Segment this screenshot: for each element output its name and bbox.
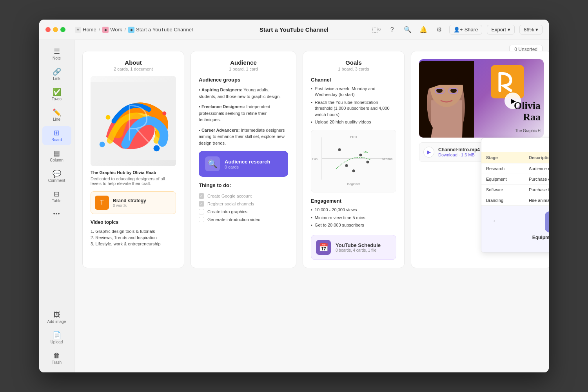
todo-check-3[interactable] bbox=[199, 209, 204, 214]
ag1-bold: Aspiring Designers: bbox=[201, 87, 243, 92]
audience-research-card[interactable]: 🔍 Audience research 0 cards bbox=[199, 151, 288, 177]
audience-subtitle: 1 board, 1 card bbox=[199, 67, 288, 71]
todo-icon: ✅ bbox=[53, 89, 61, 96]
todo-item-2: ✓ Register social channels bbox=[199, 200, 288, 208]
list-item: Graphic design tools & tutorials bbox=[91, 228, 176, 234]
sidebar-item-upload[interactable]: 📄 Upload bbox=[42, 328, 71, 347]
breadcrumb-sep-1: / bbox=[99, 27, 100, 33]
brand-strategy-card[interactable]: T Brand strategy 0 words bbox=[91, 191, 176, 214]
audience-research-cards: 0 cards bbox=[225, 165, 270, 169]
close-button[interactable] bbox=[45, 27, 51, 32]
breadcrumb-home-label: Home bbox=[83, 27, 96, 33]
youtube-schedule-card[interactable]: 📅 YouTube Schedule 8 boards, 4 cards, 1 … bbox=[311, 235, 396, 260]
cards-container: About 2 cards, 1 document bbox=[74, 40, 549, 276]
traffic-lights bbox=[45, 27, 65, 32]
sidebar-item-table[interactable]: ⊟ Table bbox=[42, 187, 71, 206]
brand-strategy-words: 0 words bbox=[113, 203, 146, 208]
export-button[interactable]: Export ▾ bbox=[487, 25, 515, 34]
yt-thumbnail: ▶ OliviaRaa The Graphic H bbox=[419, 59, 544, 138]
svg-point-2 bbox=[154, 145, 160, 151]
tabs-button[interactable]: ⬚ 0 bbox=[371, 24, 382, 35]
stage-cell: Equipment bbox=[481, 174, 524, 185]
maximize-button[interactable] bbox=[60, 27, 65, 32]
audience-group-3: Career Advancers: Intermediate designers… bbox=[199, 127, 288, 147]
svg-point-1 bbox=[106, 115, 111, 120]
todo-item-1: ✓ Create Google account bbox=[199, 192, 288, 200]
help-icon[interactable]: ? bbox=[387, 24, 397, 35]
audience-research-icon: 🔍 bbox=[205, 156, 220, 171]
brand-strategy-info: Brand strategy 0 words bbox=[113, 198, 146, 208]
sidebar-item-column[interactable]: ▤ Column bbox=[42, 147, 71, 165]
engagement-list: 10,000 - 20,000 views Minimum view time … bbox=[311, 206, 396, 229]
svg-text:Mix: Mix bbox=[363, 151, 368, 154]
audience-group-2: Freelance Designers: Independent profess… bbox=[199, 103, 288, 123]
breadcrumb-work[interactable]: ◆ Work bbox=[102, 27, 122, 33]
line-icon: ✏️ bbox=[53, 109, 61, 116]
note-icon: ☰ bbox=[54, 48, 60, 55]
search-icon[interactable]: 🔍 bbox=[402, 24, 413, 35]
about-subtitle: 2 cards, 1 document bbox=[91, 67, 176, 71]
paint-splash-svg bbox=[91, 82, 176, 160]
desc-cell: Hire animator to banners and soci bbox=[524, 195, 549, 206]
equipment-checklist-icon: 🛒 bbox=[545, 211, 549, 232]
todo-check-4[interactable] bbox=[199, 217, 204, 222]
share-button[interactable]: 👤+ Share bbox=[449, 25, 482, 34]
sidebar-item-board[interactable]: ⊞ Board bbox=[42, 126, 71, 145]
ag2-bold: Freelance Designers: bbox=[201, 104, 245, 109]
channel-goals-list: Post twice a week: Monday and Wednesday … bbox=[311, 85, 396, 126]
svg-point-15 bbox=[352, 169, 355, 172]
sidebar-item-note[interactable]: ☰ Note bbox=[42, 45, 71, 64]
app-body: ☰ Note 🔗 Link ✅ To-do ✏️ Line ⊞ Board ▤ … bbox=[39, 40, 549, 372]
product-table: Stage Description Research Audience rese… bbox=[481, 152, 549, 205]
sidebar-item-todo[interactable]: ✅ To-do bbox=[42, 85, 71, 104]
breadcrumb: M Home / ◆ Work / ◆ Start a YouTube Chan… bbox=[75, 27, 193, 33]
upload-icon: 📄 bbox=[53, 332, 61, 339]
breadcrumb-home[interactable]: M Home bbox=[75, 27, 96, 33]
play-file-button[interactable]: ▶ bbox=[423, 147, 434, 158]
svg-text:Beginner: Beginner bbox=[347, 182, 360, 186]
svg-point-13 bbox=[359, 154, 362, 156]
audience-group-1: Aspiring Designers: Young adults, studen… bbox=[199, 87, 288, 100]
sidebar-item-line[interactable]: ✏️ Line bbox=[42, 106, 71, 125]
sidebar-item-addimage[interactable]: 🖼 Add image bbox=[42, 308, 71, 327]
table-row: Software Purchase final cu bbox=[481, 185, 549, 195]
bell-icon[interactable]: 🔔 bbox=[418, 24, 429, 35]
breadcrumb-sep-2: / bbox=[124, 27, 126, 33]
sidebar-item-more[interactable]: ••• bbox=[42, 208, 71, 220]
todo-check-1[interactable]: ✓ bbox=[199, 193, 204, 199]
list-item: Lifestyle, work & entrepreneurship bbox=[91, 241, 176, 247]
list-item: 10,000 - 20,000 views bbox=[311, 206, 396, 214]
col-description: Description bbox=[524, 152, 549, 163]
breadcrumb-work-label: Work bbox=[110, 27, 122, 33]
audience-card: Audience 1 board, 1 card Audience groups… bbox=[191, 51, 296, 268]
equipment-checklist-title: Equipment Checklist bbox=[532, 235, 549, 240]
channel-intro-info: Channel-Intro.mp4 Download · 1.6 MB bbox=[438, 147, 480, 157]
svg-point-4 bbox=[100, 142, 105, 147]
todo-check-2[interactable]: ✓ bbox=[199, 201, 204, 207]
addimage-icon: 🖼 bbox=[53, 311, 60, 318]
audience-groups-title: Audience groups bbox=[199, 77, 288, 83]
work-icon: ◆ bbox=[102, 27, 109, 33]
zoom-button[interactable]: 86% ▾ bbox=[519, 25, 543, 34]
table-row: Research Audience resear bbox=[481, 163, 549, 174]
settings-icon[interactable]: ⚙ bbox=[434, 24, 445, 35]
svg-text:Serious: Serious bbox=[382, 157, 392, 161]
sidebar-item-trash[interactable]: 🗑 Trash bbox=[42, 349, 71, 368]
todo-label-1: Create Google account bbox=[207, 194, 252, 198]
more-icon: ••• bbox=[53, 211, 60, 216]
breadcrumb-page[interactable]: ◆ Start a YouTube Channel bbox=[128, 27, 193, 33]
comment-icon: 💬 bbox=[53, 170, 61, 177]
download-link[interactable]: Download bbox=[438, 152, 457, 157]
list-item: Minimum view time 5 mins bbox=[311, 214, 396, 221]
sidebar-item-link[interactable]: 🔗 Link bbox=[42, 65, 71, 84]
goals-card: Goals 1 board, 3 cards Channel Post twic… bbox=[303, 51, 405, 268]
scatter-plot: PRO Fun Serious Beginner Mix bbox=[311, 130, 396, 192]
minimize-button[interactable] bbox=[53, 27, 58, 32]
stage-cell: Research bbox=[481, 163, 524, 174]
channel-name-overlay: OliviaRaa bbox=[514, 100, 541, 123]
breadcrumb-page-label: Start a YouTube Channel bbox=[136, 27, 193, 33]
channel-intro-download: Download · 1.6 MB bbox=[438, 152, 480, 157]
sidebar-item-comment[interactable]: 💬 Comment bbox=[42, 167, 71, 186]
title-actions: ⬚ 0 ? 🔍 🔔 ⚙ 👤+ Share Export ▾ 86% ▾ bbox=[371, 24, 543, 35]
file-size: 1.6 MB bbox=[461, 152, 475, 157]
